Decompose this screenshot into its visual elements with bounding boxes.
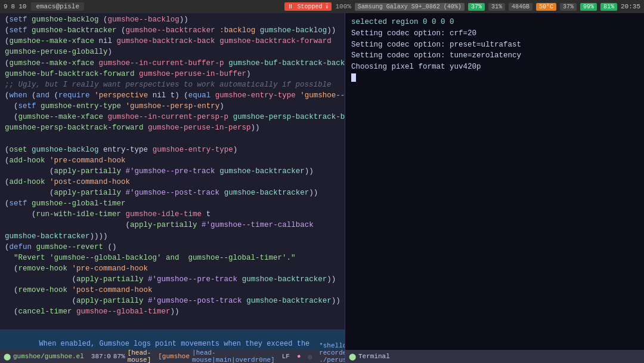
- workspace-10[interactable]: 10: [18, 3, 26, 10]
- term-cursor-line: [351, 73, 638, 84]
- top-bar-right: ⏸ Stopped ⅱ 100% Samsung Galaxy S9+_0862…: [284, 2, 640, 11]
- code-line: (add-hook 'pre-command-hook: [0, 155, 345, 166]
- code-line: ;; Ugly, but I really want perspectives …: [0, 79, 345, 90]
- code-line: (defun gumshoe--revert (): [0, 242, 345, 253]
- right-status-text: Terminal: [358, 353, 390, 360]
- code-line: (gumshoe--make-xface gumshoe--in-current…: [0, 58, 345, 69]
- code-line: gumshoe-buf-backtrack-forward gumshoe-pe…: [0, 69, 345, 79]
- stopped-badge: ⏸ Stopped ⅱ: [284, 2, 332, 11]
- code-line: (apply-partially #'gumshoe--post-track g…: [0, 187, 345, 198]
- status-percent: 87%: [113, 353, 125, 360]
- code-line: (cancel-timer gumshoe--global-timer)): [0, 306, 345, 317]
- left-pane: (setf gumshoe-backlog (gumshoe--backlog)…: [0, 13, 345, 363]
- term-line-4: Setting codec option: tune=zerolatency: [351, 50, 638, 61]
- code-line: (apply-partially #'gumshoe--pre-track gu…: [0, 274, 345, 285]
- code-line: (remove-hook 'post-command-hook: [0, 285, 345, 296]
- status-indicator: ⬤: [4, 353, 11, 361]
- emacs-tab[interactable]: emacs@pisle: [31, 2, 84, 11]
- code-line: (when (and (require 'perspective nil t) …: [0, 90, 345, 101]
- code-line: (oset gumshoe-backlog entry-type gumshoe…: [0, 144, 345, 155]
- workspace-8[interactable]: 8: [11, 3, 16, 10]
- temp-badge: 37%: [560, 3, 577, 11]
- code-line: (setf gumshoe-backtracker (gumshoe--back…: [0, 25, 345, 36]
- code-line: gumshoe-persp-backtrack-forward gumshoe-…: [0, 122, 345, 133]
- code-line: [0, 318, 345, 328]
- code-line: [0, 133, 345, 144]
- storage-badge: 484GB: [509, 3, 532, 11]
- code-line: (apply-partially #'gumshoe--pre-track gu…: [0, 166, 345, 177]
- battery1-badge: 37%: [468, 3, 485, 11]
- code-line: (apply-partially #'gumshoe--timer-callba…: [0, 220, 345, 230]
- terminal-cursor: [351, 73, 356, 82]
- main-content: (setf gumshoe-backlog (gumshoe--backlog)…: [0, 13, 644, 363]
- zoom-level: 100%: [335, 3, 351, 10]
- status-dot2: ◎: [308, 353, 312, 361]
- status-modes: |head-mouse|main|overdr0ne]: [192, 349, 275, 363]
- status-bar: ⬤ gumshoe/gumshoe.el 387:0 87% [head-mou…: [0, 350, 345, 363]
- status-icon: ⬤: [4, 353, 11, 361]
- right-status-bar: ⬤ Terminal: [345, 350, 644, 363]
- wifi-badge: 99%: [580, 3, 597, 11]
- term-line-3: Setting codec option: preset=ultrafast: [351, 39, 638, 51]
- status-line: 387:0: [91, 353, 111, 360]
- terminal-area[interactable]: selected region 0 0 0 0 Setting codec op…: [345, 13, 644, 350]
- code-line: (setf gumshoe-backlog (gumshoe--backlog)…: [0, 14, 345, 25]
- code-line: (gumshoe--make-xface nil gumshoe-backtra…: [0, 36, 345, 47]
- code-line: (setf gumshoe-entry-type 'gumshoe--persp…: [0, 101, 345, 112]
- device-badge: Samsung Galaxy S9+_0862 (40%): [355, 3, 465, 11]
- status-mouse-mode: [head-mouse]: [128, 349, 151, 363]
- clock: 20:35: [621, 3, 640, 10]
- code-line: (apply-partially #'gumshoe--post-track g…: [0, 296, 345, 306]
- top-bar: 9 8 10 emacs@pisle ⏸ Stopped ⅱ 100% Sams…: [0, 0, 644, 13]
- code-line: gumshoe-peruse-globally): [0, 47, 345, 57]
- workspace-9[interactable]: 9: [4, 3, 8, 10]
- code-line: (gumshoe--make-xface gumshoe--in-current…: [0, 112, 345, 122]
- battery3-badge: 81%: [600, 3, 617, 11]
- cpu-badge: 50°C: [536, 3, 556, 11]
- code-area[interactable]: (setf gumshoe-backlog (gumshoe--backlog)…: [0, 13, 345, 330]
- code-line: (add-hook 'post-command-hook: [0, 177, 345, 187]
- term-line-2: Setting codec option: crf=20: [351, 28, 638, 39]
- status-major: [gumshoe: [158, 353, 190, 360]
- code-line: "Revert 'gumshoe--global-backlog' and gu…: [0, 253, 345, 263]
- right-status-icon: ⬤: [349, 353, 356, 361]
- mini-buffer: When enabled, Gumshoe logs point movemen…: [0, 330, 345, 350]
- status-lf: LF: [282, 353, 290, 360]
- battery2-badge: 31%: [488, 3, 505, 11]
- right-pane: selected region 0 0 0 0 Setting codec op…: [345, 13, 644, 363]
- mini-line-1: When enabled, Gumshoe logs point movemen…: [0, 330, 345, 350]
- code-line: (setf gumshoe--global-timer: [0, 198, 345, 209]
- term-line-1: selected region 0 0 0 0: [351, 17, 638, 28]
- code-line: (remove-hook 'pre-command-hook: [0, 263, 345, 274]
- code-line: gumshoe-backtracker)))): [0, 231, 345, 242]
- status-buffer: *shelldon:2:wf-recorder -f ./peruse-demo…: [319, 342, 345, 363]
- status-branch: gumshoe/gumshoe.el: [13, 353, 84, 360]
- term-line-5: Choosing pixel format yuv420p: [351, 61, 638, 73]
- workspace-numbers: 9 8 10: [4, 3, 26, 10]
- code-line: (run-with-idle-timer gumshoe-idle-time t: [0, 209, 345, 220]
- status-dot1: ●: [297, 353, 301, 360]
